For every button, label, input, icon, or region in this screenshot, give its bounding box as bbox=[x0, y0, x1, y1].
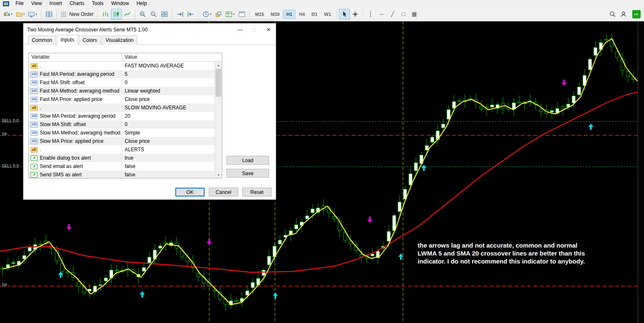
param-value[interactable]: ALERTS bbox=[122, 145, 215, 154]
chart-profile-button[interactable]: ▾ bbox=[26, 9, 39, 20]
menu-insert[interactable]: Insert bbox=[46, 0, 66, 7]
load-button[interactable]: Load bbox=[226, 156, 269, 165]
panels-button[interactable] bbox=[236, 9, 247, 20]
timeframe-m30-button[interactable]: M30 bbox=[267, 10, 283, 19]
template-icon bbox=[226, 11, 232, 18]
toolbar: ▾ ▾ ▾ New Order ▾ bbox=[0, 7, 644, 21]
tab-inputs[interactable]: Inputs bbox=[57, 35, 78, 45]
order-document-icon bbox=[61, 11, 67, 18]
objects-button[interactable] bbox=[213, 9, 224, 20]
dialog-titlebar[interactable]: Two Moving Average Crossover Alerts Seri… bbox=[23, 23, 276, 36]
table-row[interactable]: ↗Send email as alertfalse bbox=[29, 162, 215, 171]
param-value[interactable]: 0 bbox=[122, 78, 215, 87]
levels-badge[interactable]: LVL bbox=[632, 10, 641, 18]
cursor-tool-button[interactable] bbox=[339, 9, 350, 20]
scroll-down-icon[interactable]: ▼ bbox=[215, 171, 222, 178]
param-name: Fast MA Price: applied price bbox=[40, 95, 102, 103]
profiles-button[interactable]: ▾ bbox=[14, 9, 27, 20]
auto-scroll-icon bbox=[177, 11, 183, 18]
menu-bar: FileViewInsertChartsToolsWindowHelp bbox=[0, 0, 644, 7]
indicator-dialog: Two Moving Average Crossover Alerts Seri… bbox=[23, 23, 276, 200]
param-value[interactable]: Close price bbox=[122, 137, 215, 145]
new-order-button[interactable]: New Order bbox=[59, 9, 95, 20]
table-row[interactable]: 123Fast MA Method: averaging methodLinea… bbox=[29, 87, 215, 95]
table-scrollbar[interactable]: ▲ ▼ bbox=[215, 62, 222, 178]
tab-colors[interactable]: Colors bbox=[79, 36, 101, 45]
sell-position-label: SELL 0.0 bbox=[1, 164, 20, 168]
market-watch-button[interactable] bbox=[44, 9, 54, 20]
table-row[interactable]: ab.SLOW MOVING AVERAGE bbox=[29, 103, 215, 112]
table-row[interactable]: ↗Send SMS as alertfalse bbox=[29, 171, 215, 178]
tile-windows-button[interactable] bbox=[159, 9, 170, 20]
line-chart-button[interactable] bbox=[122, 9, 133, 20]
param-value[interactable]: 5 bbox=[122, 70, 215, 78]
param-value[interactable]: 20 bbox=[122, 112, 215, 120]
param-name: Fast MA Period: averaging period bbox=[40, 70, 114, 78]
table-row[interactable]: ↗Enable dialog box alerttrue bbox=[29, 154, 215, 162]
timeframe-h1-button[interactable]: H1 bbox=[283, 10, 295, 19]
menu-file[interactable]: File bbox=[12, 0, 27, 7]
table-row[interactable]: ab.FAST MOVING AVERAGE bbox=[29, 62, 215, 70]
minimize-button[interactable]: — bbox=[233, 23, 247, 36]
timeframe-h4-button[interactable]: H4 bbox=[295, 10, 308, 19]
table-row[interactable]: 123Slow MA Method: averaging methodSimpl… bbox=[29, 129, 215, 137]
reset-button[interactable]: Reset bbox=[242, 188, 272, 196]
templates-button[interactable]: ▾ bbox=[224, 9, 236, 20]
close-button[interactable]: × bbox=[262, 23, 276, 36]
toolbar-separator bbox=[172, 10, 172, 19]
cancel-button[interactable]: Cancel bbox=[209, 188, 238, 196]
menu-window[interactable]: Window bbox=[108, 0, 133, 7]
table-row[interactable]: ab.ALERTS bbox=[29, 145, 215, 154]
new-chart-button[interactable]: ▾ bbox=[2, 9, 14, 20]
table-row[interactable]: 123Slow MA Price: applied priceClose pri… bbox=[29, 137, 215, 145]
sell-position-label: SELL 0.0 bbox=[1, 119, 20, 123]
scroll-up-icon[interactable]: ▲ bbox=[215, 62, 222, 68]
tab-visualization[interactable]: Visualization bbox=[102, 36, 137, 45]
search-button[interactable] bbox=[607, 9, 618, 20]
shapes-tool-button[interactable]: □ bbox=[398, 9, 409, 20]
auto-scroll-button[interactable] bbox=[174, 9, 185, 20]
table-row[interactable]: 123Fast MA Shift: offset0 bbox=[29, 78, 215, 87]
column-header-variable[interactable]: Variable bbox=[29, 53, 122, 61]
bar-chart-button[interactable] bbox=[100, 9, 111, 20]
text-param-icon: ab bbox=[31, 63, 38, 69]
scrollbar-thumb[interactable] bbox=[216, 69, 221, 97]
account-button[interactable] bbox=[618, 9, 629, 20]
param-name: Fast MA Shift: offset bbox=[40, 78, 85, 87]
menu-help[interactable]: Help bbox=[133, 0, 151, 7]
menu-tools[interactable]: Tools bbox=[88, 0, 108, 7]
param-value[interactable]: Close price bbox=[122, 95, 215, 103]
zoom-in-button[interactable] bbox=[137, 9, 148, 20]
param-value[interactable]: 0 bbox=[122, 120, 215, 129]
ok-button[interactable]: OK bbox=[175, 188, 205, 196]
param-value[interactable]: SLOW MOVING AVERAGE bbox=[122, 103, 215, 112]
table-row[interactable]: 123Fast MA Period: averaging period5 bbox=[29, 70, 215, 78]
column-header-value[interactable]: Value bbox=[122, 53, 222, 61]
table-row[interactable]: 123Fast MA Price: applied priceClose pri… bbox=[29, 95, 215, 103]
candlestick-chart-button[interactable] bbox=[111, 9, 122, 20]
menu-view[interactable]: View bbox=[27, 0, 46, 7]
table-row[interactable]: 123Slow MA Shift: offset0 bbox=[29, 120, 215, 129]
param-value[interactable]: Simple bbox=[122, 129, 215, 137]
param-value[interactable]: FAST MOVING AVERAGE bbox=[122, 62, 215, 70]
zoom-out-button[interactable] bbox=[148, 9, 159, 20]
param-value[interactable]: Linear weighted bbox=[122, 87, 215, 95]
horizontal-line-tool-button[interactable]: ─ bbox=[376, 9, 387, 20]
save-button[interactable]: Save bbox=[226, 169, 269, 178]
timeframe-d1-button[interactable]: D1 bbox=[308, 10, 321, 19]
vertical-line-tool-button[interactable]: │ bbox=[365, 9, 376, 20]
maximize-button[interactable]: □ bbox=[247, 23, 262, 36]
param-value[interactable]: true bbox=[122, 154, 215, 162]
tab-common[interactable]: Common bbox=[28, 36, 56, 45]
table-row[interactable]: 123Slow MA Period: averaging period20 bbox=[29, 112, 215, 120]
periods-button[interactable]: ▾ bbox=[201, 9, 213, 20]
param-value[interactable]: false bbox=[122, 162, 215, 171]
chart-shift-button[interactable] bbox=[185, 9, 196, 20]
crosshair-tool-button[interactable] bbox=[350, 9, 361, 20]
timeframe-m15-button[interactable]: M15 bbox=[252, 10, 267, 19]
trendline-tool-button[interactable]: ╱ bbox=[387, 9, 398, 20]
param-value[interactable]: false bbox=[122, 171, 215, 178]
objects-palette-button[interactable]: ▦ bbox=[409, 9, 420, 20]
timeframe-w1-button[interactable]: W1 bbox=[321, 10, 335, 19]
menu-charts[interactable]: Charts bbox=[66, 0, 88, 7]
